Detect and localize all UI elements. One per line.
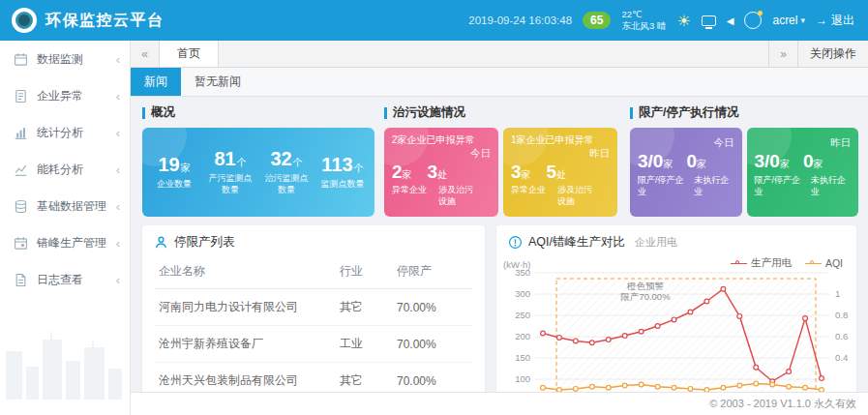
calendar-grid-icon (14, 52, 28, 67)
legend-item-aqi[interactable]: AQI (805, 257, 843, 269)
footer: © 2003 - 2019 V1.1.0 永久有效 (131, 392, 868, 415)
sidebar-item-statistics[interactable]: 统计分析 ‹ (0, 114, 130, 151)
legend-item-power[interactable]: 生产用电 (731, 256, 792, 270)
chevron-left-icon: ‹ (116, 126, 120, 140)
sidebar-item-label: 能耗分析 (37, 162, 83, 178)
close-operations-menu[interactable]: 关闭操作 (797, 41, 868, 67)
sidebar-item-label: 统计分析 (37, 125, 83, 141)
user-menu[interactable]: acrel ▾ (772, 14, 805, 27)
limit-card-today: 今日 3/0家 0家 限产/停产企业 未执行企业 (630, 128, 742, 217)
monitor-icon[interactable] (702, 15, 716, 26)
sidebar-item-label: 日志查看 (37, 272, 83, 288)
weather-desc: 东北风3 晴 (621, 20, 666, 32)
speaker-icon[interactable]: ◀ (727, 15, 734, 26)
col-company: 企业名称 (155, 255, 336, 289)
col-industry: 行业 (336, 255, 393, 289)
calendar-icon (14, 236, 28, 251)
svg-text:(kW·h): (kW·h) (503, 259, 531, 270)
chart-title: AQI/错峰生产对比 (528, 234, 625, 251)
sidebar-item-label: 数据监测 (37, 51, 83, 68)
section-overview: 概况 19家 企业数量 81个 产污监测点数量 (142, 97, 374, 217)
dashboard: 概况 19家 企业数量 81个 产污监测点数量 (131, 97, 868, 415)
sidebar-item-label: 基础数据管理 (37, 198, 106, 215)
svg-text:橙色预警: 橙色预警 (626, 281, 665, 291)
temperature: 22℃ (621, 9, 666, 20)
news-tabbar: 新闻 暂无新闻 (131, 68, 868, 97)
cell-percent: 70.00% (393, 289, 472, 326)
stat-cards-row: 概况 19家 企业数量 81个 产污监测点数量 (142, 97, 856, 217)
chevron-left-icon: ‹ (116, 52, 120, 67)
chevron-left-icon: ‹ (116, 89, 120, 104)
cell-company: 沧州宇新养殖设备厂 (155, 326, 336, 363)
title-bar-icon (384, 107, 387, 119)
line-chart-icon (14, 163, 28, 177)
svg-text:0.4: 0.4 (835, 352, 848, 363)
table-header-row: 企业名称 行业 停限产 (155, 255, 472, 289)
sidebar-item-peak-production[interactable]: 错峰生产管理 ‹ (0, 224, 130, 261)
limit-card-yesterday: 昨日 3/0家 0家 限产/停产企业 未执行企业 (747, 128, 859, 217)
chart-legend: 生产用电 AQI (731, 256, 843, 270)
collapse-tabs-button[interactable]: « (131, 41, 160, 67)
copyright: © 2003 - 2019 V1.1.0 永久有效 (709, 397, 856, 411)
avatar-icon[interactable] (744, 12, 762, 29)
panel-title: AQI/错峰生产对比 企业用电 (496, 225, 856, 255)
logout-icon: → (816, 14, 827, 27)
info-icon (508, 235, 523, 250)
sidebar-item-enterprise-abnormal[interactable]: 企业异常 ‹ (0, 77, 130, 114)
app: 环保监控云平台 2019-09-24 16:03:48 65 22℃ 东北风3 … (0, 0, 868, 415)
tab-no-news[interactable]: 暂无新闻 (181, 68, 254, 96)
scroll-tabs-button[interactable]: » (768, 41, 797, 67)
svg-text:0.6: 0.6 (835, 331, 848, 341)
title-bar-icon (630, 107, 633, 119)
weather-sun-icon: ☀ (676, 12, 690, 30)
svg-text:250: 250 (515, 310, 530, 320)
overview-card: 19家 企业数量 81个 产污监测点数量 32个 治污监测点数量 (142, 128, 374, 217)
svg-text:1: 1 (835, 288, 840, 299)
main-content: « 首页 » 关闭操作 新闻 暂无新闻 概况 (131, 41, 868, 415)
suspension-table: 企业名称 行业 停限产 河南同力电力设计有限公司 其它 70.00% (155, 255, 472, 400)
pollution-card-yesterday: 1家企业已申报异常 昨日 3家 5处 异常企业 涉及治污设施 (503, 128, 617, 217)
table-row[interactable]: 沧州宇新养殖设备厂 工业 70.00% (155, 326, 472, 363)
city-skyline (0, 311, 130, 403)
document-icon (14, 89, 28, 104)
chevron-left-icon: ‹ (116, 236, 120, 251)
chart-subtitle: 企业用电 (635, 235, 677, 250)
title-bar-icon (142, 107, 145, 119)
svg-text:150: 150 (515, 352, 530, 363)
stat-pollution-points: 81个 产污监测点数量 (206, 148, 254, 195)
top-header: 环保监控云平台 2019-09-24 16:03:48 65 22℃ 东北风3 … (0, 0, 868, 41)
svg-text:0.8: 0.8 (835, 310, 848, 320)
sidebar-item-base-data[interactable]: 基础数据管理 ‹ (0, 188, 130, 224)
section-title: 概况 (142, 104, 374, 121)
tab-news[interactable]: 新闻 (131, 68, 181, 96)
col-percent: 停限产 (393, 255, 472, 289)
suspension-list-panel: 停限产列表 企业名称 行业 停限产 (142, 225, 485, 415)
chevron-left-icon: ‹ (116, 273, 120, 287)
logout-button[interactable]: → 退出 (816, 13, 854, 29)
tab-home[interactable]: 首页 (160, 41, 219, 67)
database-icon (14, 199, 28, 214)
svg-text:200: 200 (515, 331, 530, 341)
sidebar-item-label: 错峰生产管理 (37, 235, 106, 252)
weather-block: 22℃ 东北风3 晴 (621, 9, 666, 32)
section-pollution-facilities: 治污设施情况 2家企业已申报异常 今日 2家 3处 (384, 97, 620, 217)
legend-marker-icon (805, 259, 822, 267)
username: acrel (772, 14, 797, 27)
sidebar-item-logs[interactable]: 日志查看 ‹ (0, 261, 130, 298)
panel-title: 停限产列表 (142, 225, 485, 255)
svg-text:300: 300 (515, 288, 530, 299)
pollution-card-today: 2家企业已申报异常 今日 2家 3处 异常企业 涉及治污设施 (384, 128, 498, 217)
bar-chart-icon (14, 126, 28, 140)
bottom-panels: 停限产列表 企业名称 行业 停限产 (142, 225, 856, 415)
aqi-badge: 65 (583, 12, 611, 29)
caret-down-icon: ▾ (800, 15, 805, 25)
cell-industry: 其它 (336, 289, 393, 326)
logout-label: 退出 (831, 13, 854, 29)
table-row[interactable]: 河南同力电力设计有限公司 其它 70.00% (155, 289, 472, 326)
sidebar-item-energy[interactable]: 能耗分析 ‹ (0, 151, 130, 188)
svg-text:100: 100 (515, 373, 530, 384)
cell-company: 河南同力电力设计有限公司 (155, 289, 336, 326)
cell-percent: 70.00% (393, 326, 472, 363)
sidebar-item-data-monitor[interactable]: 数据监测 ‹ (0, 41, 130, 77)
datetime: 2019-09-24 16:03:48 (468, 15, 572, 26)
